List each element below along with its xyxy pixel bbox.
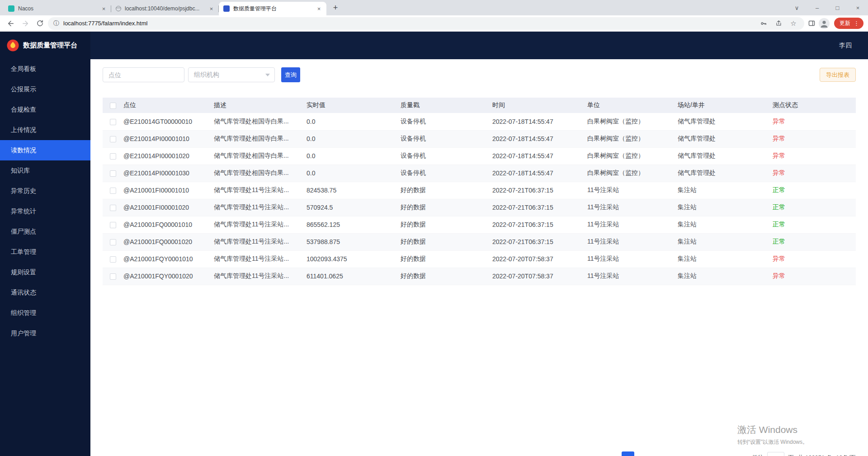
sidebar-item-全局看板[interactable]: 全局看板 — [0, 59, 90, 79]
omnibox[interactable]: ⓘ localhost:7775/falarm/index.html ☆ — [48, 17, 804, 30]
sidebar-item-通讯状态[interactable]: 通讯状态 — [0, 282, 90, 303]
sidebar-item-僵尸测点[interactable]: 僵尸测点 — [0, 221, 90, 242]
reload-icon[interactable] — [33, 17, 46, 30]
row-checkbox[interactable] — [110, 136, 116, 142]
cell-point: @A210001FQY0001020 — [123, 268, 214, 285]
bookmark-star-icon[interactable]: ☆ — [788, 18, 799, 29]
table-row: @E210014PI00001020储气库管理处相国寺白果...0.0设备停机2… — [103, 147, 856, 165]
jump-page-input[interactable] — [767, 452, 784, 456]
minimize-icon[interactable]: – — [807, 0, 827, 15]
column-header: 质量戳 — [401, 98, 492, 113]
cell-unit: 白果树阀室（监控） — [587, 147, 678, 165]
page-number[interactable]: 1 — [622, 451, 634, 456]
password-key-icon[interactable] — [758, 18, 769, 29]
cell-value: 570924.5 — [307, 199, 401, 216]
share-icon[interactable] — [773, 18, 784, 29]
cell-quality: 好的数据 — [401, 199, 492, 216]
cell-point: @A210001FI00001020 — [123, 199, 214, 216]
forward-icon[interactable] — [19, 17, 32, 30]
row-checkbox[interactable] — [110, 119, 116, 125]
new-tab-button[interactable]: + — [329, 1, 342, 14]
cell-station: 储气库管理处 — [678, 165, 773, 182]
main-area: 李四 组织机构 查询 导出报表 — [90, 32, 868, 456]
cell-unit: 11号注采站 — [587, 199, 678, 216]
page-number[interactable]: 5 — [683, 451, 696, 456]
tab-strip-tabs: Nacos×localhost:10040/demo/psjdbc...×数据质… — [4, 2, 326, 15]
sidebar-item-工单管理[interactable]: 工单管理 — [0, 242, 90, 262]
org-select[interactable]: 组织机构 — [188, 67, 275, 82]
readings-table-body: @E210014GT00000010储气库管理处相国寺白果...0.0设备停机2… — [103, 113, 856, 285]
window-controls: ∨ – □ × — [787, 0, 868, 15]
nacos-favicon-icon — [8, 5, 14, 12]
cell-status: 正常 — [773, 199, 856, 216]
column-header: 场站/单井 — [678, 98, 773, 113]
sidebar-item-规则设置[interactable]: 规则设置 — [0, 262, 90, 282]
prev-page-icon[interactable]: ‹ — [607, 451, 618, 456]
row-checkbox[interactable] — [110, 222, 116, 228]
url-text[interactable]: localhost:7775/falarm/index.html — [63, 20, 754, 27]
top-header: 李四 — [90, 32, 868, 59]
cell-time: 2022-07-18T14:55:47 — [492, 147, 587, 165]
sidebar-item-上传情况[interactable]: 上传情况 — [0, 120, 90, 140]
row-checkbox[interactable] — [110, 205, 116, 211]
next-page-icon[interactable]: › — [737, 451, 748, 456]
tab-search-chevron-icon[interactable]: ∨ — [787, 0, 807, 15]
cell-value: 0.0 — [307, 147, 401, 165]
cell-status: 异常 — [773, 250, 856, 268]
sidebar-item-读数情况[interactable]: 读数情况 — [0, 140, 90, 160]
cell-value: 0.0 — [307, 165, 401, 182]
export-report-button[interactable]: 导出报表 — [820, 68, 856, 82]
browser-menu-icon[interactable]: ⋮ — [854, 20, 859, 27]
cell-point: @E210014GT00000010 — [123, 113, 214, 130]
tab-close-icon[interactable]: × — [100, 5, 108, 13]
row-checkbox[interactable] — [110, 188, 116, 194]
row-checkbox[interactable] — [110, 239, 116, 245]
cell-point: @E210014PI00001020 — [123, 147, 214, 165]
browser-tab[interactable]: 数据质量管理平台× — [219, 2, 326, 15]
sidebar-item-公报展示[interactable]: 公报展示 — [0, 79, 90, 99]
username[interactable]: 李四 — [839, 42, 852, 50]
table-row: @E210014PI00001030储气库管理处相国寺白果...0.0设备停机2… — [103, 165, 856, 182]
row-checkbox[interactable] — [110, 273, 116, 280]
page-number[interactable]: … — [698, 451, 711, 456]
site-info-icon[interactable]: ⓘ — [53, 19, 59, 28]
row-checkbox[interactable] — [110, 256, 116, 263]
readings-table: 点位描述实时值质量戳时间单位场站/单井测点状态 @E210014GT000000… — [103, 98, 856, 285]
maximize-icon[interactable]: □ — [827, 0, 848, 15]
table-row: @A210001FI00001020储气库管理处11号注采站...570924.… — [103, 199, 856, 216]
row-checkbox[interactable] — [110, 153, 116, 160]
cell-point: @E210014PI00001010 — [123, 130, 214, 147]
page-number[interactable]: 2 — [637, 451, 650, 456]
page-number[interactable]: 4 — [668, 451, 680, 456]
cell-status: 正常 — [773, 233, 856, 250]
page-size[interactable]: 10条/页 — [836, 454, 856, 456]
sidebar-item-用户管理[interactable]: 用户管理 — [0, 323, 90, 343]
tab-close-icon[interactable]: × — [208, 5, 215, 13]
sidebar-item-组织管理[interactable]: 组织管理 — [0, 303, 90, 323]
profile-avatar[interactable] — [819, 18, 830, 29]
point-input[interactable] — [103, 67, 184, 82]
sidebar-item-知识库[interactable]: 知识库 — [0, 160, 90, 181]
page-number[interactable]: 10000 — [714, 451, 734, 456]
cell-station: 集注站 — [678, 268, 773, 285]
browser-tab[interactable]: localhost:10040/demo/psjdbc...× — [111, 2, 219, 15]
tab-title: Nacos — [18, 5, 96, 12]
table-row: @A210001FQ00001010储气库管理处11号注采站...865562.… — [103, 216, 856, 233]
side-panel-icon[interactable] — [806, 18, 817, 29]
table-row: @E210014PI00001010储气库管理处相国寺白果...0.0设备停机2… — [103, 130, 856, 147]
browser-window: Nacos×localhost:10040/demo/psjdbc...×数据质… — [0, 0, 868, 456]
sidebar-item-异常统计[interactable]: 异常统计 — [0, 201, 90, 221]
page-number[interactable]: 3 — [652, 451, 665, 456]
chrome-update-button[interactable]: 更新 ⋮ — [834, 18, 863, 29]
browser-tab[interactable]: Nacos× — [4, 2, 111, 15]
back-icon[interactable] — [5, 17, 17, 30]
row-checkbox[interactable] — [110, 170, 116, 177]
sidebar-item-异常历史[interactable]: 异常历史 — [0, 181, 90, 201]
tab-close-icon[interactable]: × — [315, 5, 323, 13]
search-button[interactable]: 查询 — [281, 67, 300, 82]
filter-toolbar: 组织机构 查询 导出报表 — [103, 67, 856, 82]
select-all-checkbox[interactable] — [110, 103, 116, 109]
sidebar-item-合规检查[interactable]: 合规检查 — [0, 99, 90, 120]
window-close-icon[interactable]: × — [848, 0, 868, 15]
cell-point: @E210014PI00001030 — [123, 165, 214, 182]
